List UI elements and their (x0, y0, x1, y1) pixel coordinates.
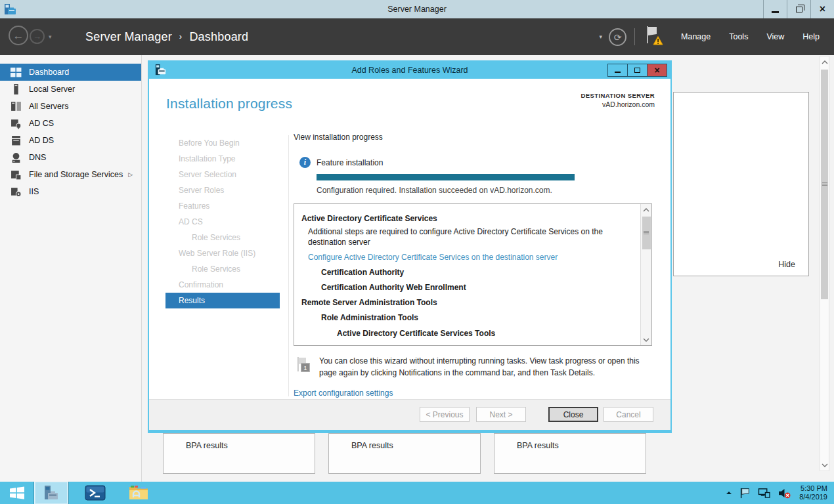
wizard-close-button[interactable]: × (647, 64, 667, 77)
sidebar-item[interactable]: IIS (0, 183, 141, 200)
results-list: Active Directory Certificate Services Ad… (294, 204, 651, 346)
wizard-step[interactable]: Before You Begin (165, 135, 280, 151)
wizard-step[interactable]: Role Services (165, 230, 280, 245)
sidebar-item-label: Local Server (29, 85, 75, 94)
breadcrumb-separator-icon: › (172, 32, 190, 41)
result-line-text: Active Directory Certificate Services (301, 214, 437, 223)
bpa-results-link[interactable]: BPA results (351, 441, 393, 450)
main-vertical-scrollbar[interactable] (820, 56, 829, 471)
expand-arrow-icon[interactable]: ▷ (128, 171, 133, 178)
results-scrollbar[interactable] (640, 204, 651, 345)
sidebar-item-label: AD DS (29, 136, 54, 145)
breadcrumb-root[interactable]: Server Manager (85, 30, 172, 43)
wizard-step[interactable]: Web Server Role (IIS) (165, 245, 280, 261)
sidebar-item[interactable]: AD DS (0, 132, 141, 149)
wizard-step[interactable]: Installation Type (165, 151, 280, 167)
menu-item[interactable]: View (757, 18, 793, 55)
wizard-titlebar[interactable]: Add Roles and Features Wizard × (149, 62, 670, 79)
sidebar-item[interactable]: All Servers (0, 98, 141, 115)
tray-expand-icon[interactable] (726, 491, 732, 495)
window-controls: × (763, 0, 834, 18)
restore-button[interactable] (787, 0, 810, 18)
command-bar-right: ▾ ⟳ Manage Tools View Help (600, 18, 834, 55)
bpa-results-link[interactable]: BPA results (186, 441, 228, 450)
close-icon: × (654, 66, 659, 75)
steps-content-divider (288, 135, 289, 396)
sidebar-item-label: All Servers (29, 102, 68, 111)
clock-date: 8/4/2019 (799, 493, 827, 502)
sidebar-fss-icon (11, 169, 22, 180)
taskbar: 5:30 PM 8/4/2019 (0, 482, 834, 504)
minimize-button[interactable] (763, 0, 787, 18)
window-titlebar: Server Manager × (0, 0, 834, 18)
close-button[interactable]: × (810, 0, 834, 18)
export-configuration-link[interactable]: Export configuration settings (294, 388, 393, 398)
wizard-minimize-button[interactable] (607, 64, 628, 77)
wizard-button[interactable]: Close (548, 407, 598, 422)
menu-item[interactable]: Help (793, 18, 829, 55)
wizard-step-label: Results (179, 296, 205, 305)
wizard-step[interactable]: AD CS (165, 214, 280, 230)
history-caret-icon[interactable]: ▾ (49, 33, 52, 40)
sidebar-item[interactable]: DNS (0, 149, 141, 166)
start-button[interactable] (0, 482, 34, 504)
tray-volume-muted-icon[interactable] (778, 488, 791, 499)
wizard-title: Add Roles and Features Wizard (149, 62, 670, 79)
toolbar-divider (634, 28, 635, 45)
hide-link[interactable]: Hide (778, 260, 795, 269)
scroll-down-icon[interactable] (820, 460, 829, 470)
close-icon: × (820, 4, 825, 14)
wizard-button[interactable]: Next > (476, 407, 526, 422)
result-line: Configure Active Directory Certificate S… (301, 252, 633, 262)
scroll-up-icon[interactable] (641, 205, 651, 215)
result-line-text: Active Directory Certificate Services To… (337, 329, 495, 338)
wizard-steps-nav: Before You Begin Installation Type Serve… (165, 135, 280, 308)
wizard-step[interactable]: Server Selection (165, 167, 280, 182)
scroll-down-icon[interactable] (641, 335, 651, 345)
task-details-panel: Hide (673, 92, 809, 276)
sidebar-item-label: IIS (29, 187, 39, 196)
wizard-step-label: Features (179, 201, 209, 211)
result-line-text: Certification Authority (321, 268, 404, 277)
server-manager-taskbar-icon[interactable] (34, 482, 68, 504)
back-icon[interactable]: ← (9, 26, 28, 45)
installation-status-text: Configuration required. Installation suc… (317, 186, 656, 195)
result-line-text: Remote Server Administration Tools (301, 298, 437, 307)
bpa-results-link[interactable]: BPA results (517, 441, 559, 450)
forward-icon[interactable]: → (30, 29, 45, 44)
wizard-note-row: 1 You can close this wizard without inte… (294, 356, 656, 379)
menu-item[interactable]: Manage (672, 18, 720, 55)
feature-installation-row: i Feature installation (294, 157, 656, 168)
wizard-step[interactable]: Features (165, 198, 280, 214)
wizard-maximize-button[interactable] (627, 64, 647, 77)
tray-network-icon[interactable] (758, 488, 770, 499)
installation-results-box: Active Directory Certificate Services Ad… (294, 203, 652, 346)
sidebar-item[interactable]: Dashboard (0, 64, 141, 81)
scrollbar-thumb[interactable] (821, 70, 828, 299)
file-explorer-icon[interactable] (121, 482, 156, 504)
tray-flag-icon[interactable] (739, 488, 751, 499)
sidebar-item[interactable]: File and Storage Services ▷ (0, 166, 141, 183)
wizard-step-label: Web Server Role (IIS) (179, 249, 255, 258)
powershell-icon[interactable] (78, 482, 112, 504)
refresh-icon[interactable]: ⟳ (609, 28, 626, 46)
taskbar-clock[interactable]: 5:30 PM 8/4/2019 (799, 484, 827, 502)
wizard-step[interactable]: Server Roles (165, 182, 280, 198)
result-line: Role Administration Tools (301, 312, 633, 323)
wizard-button[interactable]: Cancel (604, 407, 653, 422)
feature-installation-label: Feature installation (317, 158, 383, 167)
sidebar-item[interactable]: AD CS (0, 115, 141, 132)
scrollbar-thumb[interactable] (642, 217, 651, 249)
dropdown-caret-icon[interactable]: ▾ (600, 33, 603, 40)
wizard-button[interactable]: < Previous (420, 407, 470, 422)
progress-bar-fill (317, 174, 575, 180)
wizard-step[interactable]: Confirmation (165, 277, 280, 293)
scrollbar-grip (822, 182, 827, 186)
scroll-up-icon[interactable] (820, 57, 829, 67)
sidebar-item[interactable]: Local Server (0, 81, 141, 98)
menu-item[interactable]: Tools (720, 18, 757, 55)
wizard-step[interactable]: Results (165, 293, 280, 308)
wizard-step[interactable]: Role Services (165, 261, 280, 277)
result-line-text: Role Administration Tools (321, 313, 418, 322)
notification-flag-icon[interactable] (644, 26, 664, 48)
